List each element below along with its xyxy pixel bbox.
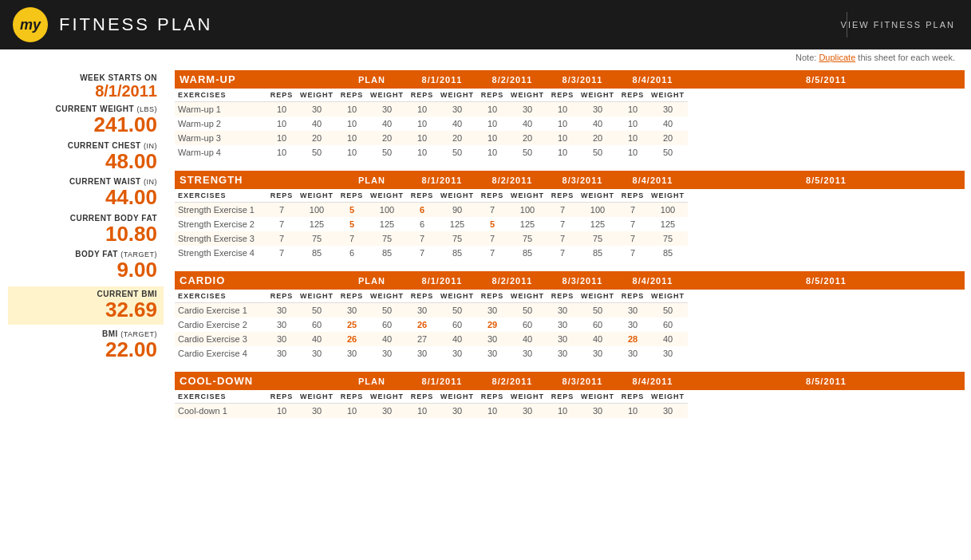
weight-col-header-3: WEIGHT — [507, 390, 547, 404]
plan-value: 50 — [297, 303, 337, 318]
day-reps-3: 10 — [477, 145, 507, 160]
day-weight-2: 30 — [437, 346, 477, 361]
date-header-2: 8/2/2011 — [477, 271, 547, 290]
plan-header: PLAN — [337, 70, 407, 89]
exercise-name: Warm-up 4 — [175, 145, 266, 160]
exercises-col-header: EXERCISES — [175, 290, 266, 303]
exercise-name: Strength Exercise 2 — [175, 217, 266, 231]
day-weight-4: 40 — [578, 116, 618, 131]
day-weight-2: 40 — [437, 116, 477, 131]
day-weight-4: 30 — [578, 102, 618, 117]
weight-col-header-4: WEIGHT — [578, 290, 618, 303]
table-row: Warm-up 3102010201020102010201020 — [175, 131, 965, 145]
day-weight-4: 125 — [578, 217, 618, 231]
plan-value: 10 — [266, 102, 297, 117]
duplicate-link[interactable]: Duplicate — [819, 53, 855, 62]
day-weight-3: 125 — [507, 217, 547, 231]
table-row: Strength Exercise 3775775775775775775 — [175, 231, 965, 246]
day-weight-1: 100 — [367, 203, 407, 218]
day-reps-5: 28 — [618, 332, 648, 346]
date-header-2: 8/2/2011 — [477, 70, 547, 89]
date-header-1: 8/1/2011 — [407, 372, 477, 390]
reps-col-header-5: REPS — [618, 89, 648, 102]
reps-col-header-2: REPS — [407, 89, 437, 102]
day-reps-1: 10 — [337, 145, 367, 160]
weight-col-header-5: WEIGHT — [648, 290, 688, 303]
reps-col-header-2: REPS — [407, 390, 437, 404]
day-weight-5: 75 — [648, 231, 688, 246]
day-reps-4: 30 — [547, 317, 578, 332]
exercises-col-header: EXERCISES — [175, 390, 266, 404]
weight-col-header-3: WEIGHT — [507, 89, 547, 102]
day-weight-1: 40 — [367, 332, 407, 346]
day-reps-1: 25 — [337, 317, 367, 332]
day-reps-5: 7 — [618, 231, 648, 246]
current-chest-label: CURRENT CHEST (IN) — [8, 141, 157, 150]
view-fitness-plan-link[interactable]: VIEW FITNESS PLAN — [841, 20, 955, 30]
day-reps-2: 10 — [407, 145, 437, 160]
day-reps-2: 10 — [407, 131, 437, 145]
day-weight-2: 20 — [437, 131, 477, 145]
day-reps-2: 10 — [407, 116, 437, 131]
day-reps-2: 10 — [407, 102, 437, 117]
day-reps-3: 7 — [477, 231, 507, 246]
day-reps-3: 30 — [477, 346, 507, 361]
current-chest-value: 48.00 — [8, 150, 157, 173]
day-weight-1: 125 — [367, 217, 407, 231]
weight-col-header-0: WEIGHT — [297, 290, 337, 303]
reps-col-header-2: REPS — [407, 189, 437, 203]
weight-col-header-2: WEIGHT — [437, 390, 477, 404]
day-weight-1: 50 — [367, 303, 407, 318]
day-weight-3: 30 — [507, 346, 547, 361]
date-header-1: 8/1/2011 — [407, 271, 477, 290]
day-reps-5: 30 — [618, 317, 648, 332]
day-weight-3: 30 — [507, 404, 547, 419]
day-reps-3: 10 — [477, 102, 507, 117]
plan-value: 30 — [266, 317, 297, 332]
exercise-name: Cardio Exercise 1 — [175, 303, 266, 318]
reps-col-header-1: REPS — [337, 390, 367, 404]
reps-col-header-3: REPS — [477, 189, 507, 203]
plan-value: 10 — [266, 404, 297, 419]
reps-col-header-4: REPS — [547, 390, 578, 404]
plan-value: 30 — [266, 303, 297, 318]
day-weight-1: 30 — [367, 102, 407, 117]
reps-col-header-0: REPS — [266, 189, 297, 203]
reps-col-header-0: REPS — [266, 290, 297, 303]
weight-col-header-0: WEIGHT — [297, 189, 337, 203]
reps-col-header-5: REPS — [618, 290, 648, 303]
day-weight-3: 100 — [507, 203, 547, 218]
plan-value: 30 — [297, 102, 337, 117]
current-waist-item: CURRENT WAIST (IN) 44.00 — [8, 177, 164, 209]
day-weight-4: 100 — [578, 203, 618, 218]
day-reps-4: 7 — [547, 231, 578, 246]
day-reps-5: 7 — [618, 203, 648, 218]
day-weight-2: 30 — [437, 102, 477, 117]
day-reps-1: 10 — [337, 116, 367, 131]
day-weight-5: 30 — [648, 102, 688, 117]
day-reps-2: 30 — [407, 346, 437, 361]
date-header-5: 8/5/2011 — [688, 171, 965, 189]
day-weight-5: 85 — [648, 246, 688, 260]
day-weight-2: 50 — [437, 145, 477, 160]
day-reps-4: 10 — [547, 404, 578, 419]
day-reps-1: 26 — [337, 332, 367, 346]
current-bmi-value: 32.69 — [8, 298, 157, 321]
week-starts-value: 8/1/2011 — [8, 82, 157, 100]
day-reps-2: 6 — [407, 217, 437, 231]
day-weight-3: 30 — [507, 102, 547, 117]
day-reps-4: 7 — [547, 203, 578, 218]
day-weight-5: 30 — [648, 346, 688, 361]
table-row: Cardio Exercise 330402640274030403040284… — [175, 332, 965, 346]
weight-col-header-1: WEIGHT — [367, 189, 407, 203]
weight-col-header-0: WEIGHT — [297, 390, 337, 404]
date-header-1: 8/1/2011 — [407, 70, 477, 89]
weight-col-header-5: WEIGHT — [648, 89, 688, 102]
day-weight-5: 40 — [648, 332, 688, 346]
day-weight-5: 20 — [648, 131, 688, 145]
day-weight-2: 85 — [437, 246, 477, 260]
table-row: Cardio Exercise 430303030303030303030303… — [175, 346, 965, 361]
bmi-target-value: 22.00 — [8, 338, 157, 361]
plan-header: PLAN — [337, 171, 407, 189]
plan-value: 10 — [266, 116, 297, 131]
